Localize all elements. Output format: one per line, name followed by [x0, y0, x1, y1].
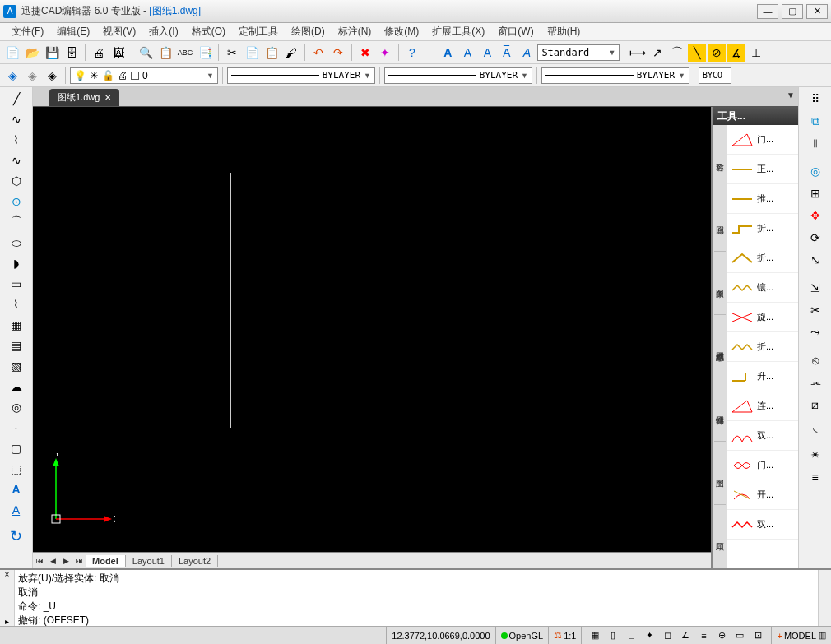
layer-previous-icon[interactable]: ◈: [43, 67, 61, 85]
fillet-icon[interactable]: ◟: [805, 417, 825, 437]
find-icon[interactable]: 🔍: [137, 44, 155, 62]
menu-dimension[interactable]: 标注(N): [332, 23, 378, 40]
ortho-btn[interactable]: ∟: [623, 628, 639, 643]
command-text[interactable]: 放弃(U)/选择实体: 取消 取消 命令: _U 撤销: (OFFSET) 命令…: [15, 570, 818, 626]
join-icon[interactable]: ⫘: [805, 373, 825, 392]
spline-icon[interactable]: ∿: [7, 151, 26, 170]
palette-item[interactable]: 双...: [727, 421, 798, 451]
ellipse-icon[interactable]: ⬭: [7, 233, 26, 253]
trim-icon[interactable]: ✂: [805, 300, 825, 320]
lwt-btn[interactable]: ≡: [695, 628, 712, 643]
side-tab-name[interactable]: 名称: [714, 125, 726, 188]
undo-icon[interactable]: ↶: [309, 44, 327, 62]
minimize-button[interactable]: —: [757, 4, 778, 19]
palette-item[interactable]: 升...: [727, 362, 798, 391]
side-tab-image[interactable]: 图象: [714, 252, 726, 315]
gradient-icon[interactable]: ▤: [7, 336, 26, 355]
spell-icon[interactable]: ABC: [176, 44, 194, 62]
layers-icon[interactable]: 📋: [156, 44, 174, 62]
menu-modify[interactable]: 修改(M): [378, 23, 425, 40]
layer-combo[interactable]: 💡 ☀ 🔓 🖨 0 ▼: [70, 67, 218, 84]
dim-diameter-icon[interactable]: ⊘: [708, 44, 726, 62]
palette-item[interactable]: 双...: [727, 510, 798, 540]
layout-tab-1[interactable]: Layout1: [126, 555, 172, 567]
dyn-btn[interactable]: ⊕: [713, 628, 730, 643]
side-tab-3dorbit[interactable]: 三维动态观察: [714, 315, 726, 378]
revcloud-icon[interactable]: ⌇: [7, 294, 26, 314]
arc-icon[interactable]: ⌒: [7, 212, 26, 232]
menu-draw[interactable]: 绘图(D): [285, 23, 332, 40]
menu-file[interactable]: 文件(F): [5, 23, 50, 40]
close-tab-icon[interactable]: ✕: [104, 93, 111, 102]
line-icon[interactable]: ╱: [7, 89, 26, 109]
palette-item[interactable]: 连...: [727, 391, 798, 421]
palette-list[interactable]: 门... 正... 推... 折... 折... 镶... 旋... 折... …: [727, 125, 798, 568]
palette-item[interactable]: 折...: [727, 214, 798, 243]
sc-btn[interactable]: ⊡: [750, 628, 766, 643]
lineweight-combo[interactable]: BYLAYER ▼: [384, 67, 532, 84]
dim-ordinate-icon[interactable]: ⊥: [747, 44, 765, 62]
menu-format[interactable]: 格式(O): [185, 23, 232, 40]
extend-icon[interactable]: ⤳: [805, 322, 825, 342]
match-icon[interactable]: 🖌: [282, 44, 300, 62]
hatch-icon[interactable]: ▦: [7, 315, 26, 335]
dim-radius-icon[interactable]: ╲: [688, 44, 706, 62]
array-icon[interactable]: ⊞: [805, 183, 825, 203]
palette-item[interactable]: 开...: [727, 480, 798, 510]
donut-icon[interactable]: ◎: [7, 397, 26, 417]
move-icon[interactable]: ✥: [805, 206, 825, 225]
renderer-display[interactable]: OpenGL: [495, 627, 549, 644]
align-icon[interactable]: ≡: [805, 467, 825, 487]
side-tab-corridor[interactable]: 回廊: [714, 188, 726, 252]
saveas-icon[interactable]: 🗄: [63, 44, 81, 62]
scale-icon[interactable]: ⤡: [805, 250, 825, 270]
side-tab-layer[interactable]: 图层: [714, 442, 726, 505]
copy-icon[interactable]: 📄: [243, 44, 261, 62]
maximize-button[interactable]: ▢: [782, 4, 803, 19]
dim-linear-icon[interactable]: ⟼: [629, 44, 647, 62]
document-tab[interactable]: 图纸1.dwg ✕: [49, 89, 119, 106]
layout-tab-2[interactable]: Layout2: [172, 555, 218, 567]
side-tab-review[interactable]: 口顾: [714, 505, 726, 568]
menu-express[interactable]: 扩展工具(X): [425, 23, 491, 40]
palette-title[interactable]: 工具...: [713, 107, 798, 125]
otrack-btn[interactable]: ∠: [677, 628, 694, 643]
text-underline-icon[interactable]: A: [478, 44, 496, 62]
dim-angular-icon[interactable]: ∡: [727, 44, 745, 62]
layout-next-icon[interactable]: ▶: [59, 554, 72, 568]
new-icon[interactable]: 📄: [3, 44, 21, 62]
palette-item[interactable]: 旋...: [727, 303, 798, 332]
mtext-icon[interactable]: A: [7, 480, 26, 499]
qp-btn[interactable]: ▭: [731, 628, 748, 643]
side-tab-properties[interactable]: 特性回廊: [714, 378, 726, 442]
palette-item[interactable]: 正...: [727, 155, 798, 184]
layout-tab-model[interactable]: Model: [86, 555, 126, 567]
boundary-icon[interactable]: ☁: [7, 377, 26, 396]
cmd-handle[interactable]: ×▸: [0, 570, 15, 626]
circle-icon[interactable]: ⊙: [7, 192, 26, 211]
palette-item[interactable]: 门...: [727, 125, 798, 155]
refresh-icon[interactable]: ↻: [7, 526, 26, 546]
ellipse-arc-icon[interactable]: ◗: [7, 253, 26, 273]
menu-window[interactable]: 窗口(W): [491, 23, 540, 40]
redo-icon[interactable]: ↷: [329, 44, 347, 62]
cut-icon[interactable]: ✂: [223, 44, 241, 62]
menu-custom-tools[interactable]: 定制工具: [232, 23, 285, 40]
save-icon[interactable]: 💾: [43, 44, 61, 62]
rectangle-icon[interactable]: ▭: [7, 274, 26, 294]
batch-icon[interactable]: 📑: [196, 44, 214, 62]
layout-prev-icon[interactable]: ◀: [46, 554, 59, 568]
menu-view[interactable]: 视图(V): [96, 23, 142, 40]
oops-icon[interactable]: ✦: [376, 44, 394, 62]
scale-display[interactable]: ⚖ 1:1: [548, 627, 581, 644]
dim-aligned-icon[interactable]: ↗: [648, 44, 666, 62]
snap-btn[interactable]: ▦: [587, 628, 603, 643]
layout-last-icon[interactable]: ⏭: [72, 554, 86, 568]
cmd-scrollbar[interactable]: [818, 570, 831, 626]
bycolor-combo[interactable]: BYCO: [699, 67, 731, 84]
polar-btn[interactable]: ✦: [641, 628, 657, 643]
polygon-icon[interactable]: ⬡: [7, 171, 26, 191]
menu-edit[interactable]: 编辑(E): [50, 23, 96, 40]
layer-manager-icon[interactable]: ◈: [3, 67, 21, 85]
erase-icon[interactable]: ✖: [356, 44, 374, 62]
